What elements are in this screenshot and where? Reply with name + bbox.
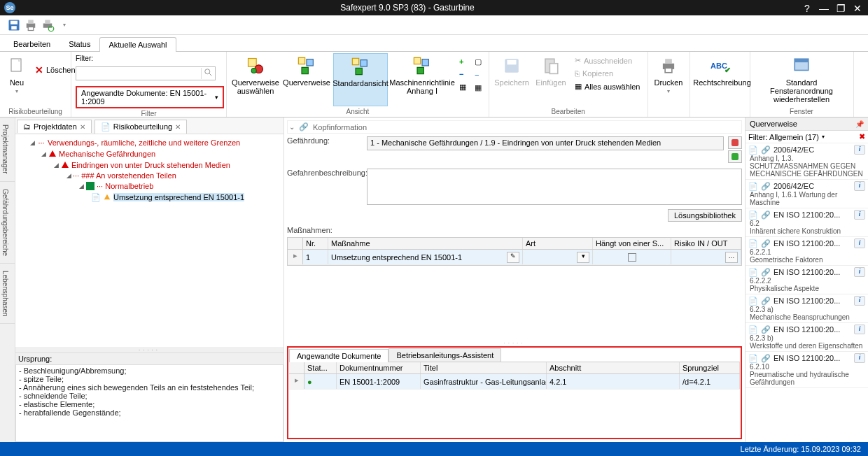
list-item[interactable]: 📄🔗2006/42/ECiAnhang I, 1.3. SCHUTZMASSNA… <box>746 143 868 180</box>
cell-edit-button[interactable]: ✎ <box>507 252 519 263</box>
cell-dropdown-button[interactable]: ▾ <box>577 252 589 263</box>
filter-input[interactable] <box>76 66 216 80</box>
collapse-icon[interactable]: ◢ <box>52 162 60 169</box>
splitter[interactable]: ····· <box>15 347 284 352</box>
info-button[interactable]: i <box>854 296 865 306</box>
col-titel[interactable]: Titel <box>421 362 547 373</box>
clear-filter-icon[interactable]: ✖ <box>859 132 865 141</box>
list-item[interactable]: 📄🔗EN ISO 12100:20...i6.2 Inhärent sicher… <box>746 208 868 237</box>
list-item[interactable]: 📄🔗EN ISO 12100:20...i6.2.2.2 Physikalisc… <box>746 266 868 294</box>
maximize-button[interactable]: ❐ <box>834 3 847 13</box>
grid-row[interactable]: ▸ ● EN 15001-1:2009 Gasinfrastruktur - G… <box>289 374 740 390</box>
tree-label[interactable]: Umsetzung entsprechend EN 15001-1 <box>113 193 244 201</box>
save-button[interactable]: Speichern <box>493 53 530 88</box>
collapse-icon[interactable]: ◢ <box>77 183 85 190</box>
list-item[interactable]: 📄🔗2006/42/ECiAnhang I, 1.6.1 Wartung der… <box>746 180 868 208</box>
origin-body[interactable]: - Beschleunigung/Abbremsung; - spitze Te… <box>15 364 284 442</box>
info-button[interactable]: i <box>854 210 865 220</box>
tree-label[interactable]: Eindringen von unter Druck stehenden Med… <box>71 161 230 169</box>
copy-button[interactable]: ⎘Kopieren <box>572 68 643 79</box>
tree-label[interactable]: ### An vorstehenden Teilen <box>81 171 176 180</box>
cell-nr[interactable]: 1 <box>303 250 328 264</box>
checkbox[interactable] <box>628 253 636 262</box>
applied-docs-dropdown[interactable]: Angewandte Dokumente: EN 15001-1:2009 ▾ <box>76 86 224 108</box>
close-icon[interactable]: ✕ <box>80 123 85 131</box>
info-button[interactable]: i <box>854 181 865 191</box>
tree-item[interactable]: ◢··· ### An vorstehenden Teilen <box>18 171 281 180</box>
spellcheck-button[interactable]: ABC✔ Rechtschreibung <box>694 53 750 88</box>
querverweise-button[interactable]: Querverweise <box>283 53 330 105</box>
info-button[interactable]: i <box>854 267 865 277</box>
view-alt2-button[interactable]: − <box>472 69 484 80</box>
collapse-icon[interactable]: ◢ <box>64 172 73 179</box>
side-tab-projektmanager[interactable]: Projektmanager <box>0 117 15 182</box>
side-tab-lebensphasen[interactable]: Lebensphasen <box>0 264 15 325</box>
new-button[interactable]: Neu ▾ <box>4 53 29 96</box>
col-haengt[interactable]: Hängt von einer S... <box>593 238 671 249</box>
tab-betriebsanleitungs-assistent[interactable]: Betriebsanleitungs-Assistent <box>388 348 501 362</box>
querverweise-select-button[interactable]: Querverweise auswählen <box>231 53 280 97</box>
splitter[interactable]: ····· <box>287 266 742 346</box>
list-item[interactable]: 📄🔗EN ISO 12100:20...i6.2.10 Pneumatische… <box>746 352 868 388</box>
collapse-icon[interactable]: ◢ <box>28 139 36 146</box>
info-button[interactable]: i <box>854 353 865 363</box>
tab-risikobeurteilung[interactable]: 📄 Risikobeurteilung ✕ <box>94 120 187 134</box>
chevron-down-icon[interactable]: ▾ <box>822 134 825 140</box>
tree-label[interactable]: Normalbetrieb <box>105 182 153 190</box>
col-dokumentnummer[interactable]: Dokumentnummer <box>337 362 421 373</box>
list-item[interactable]: 📄🔗EN ISO 12100:20...i6.2.3 a) Mechanisch… <box>746 294 868 323</box>
col-art[interactable]: Art <box>523 238 593 249</box>
cell-massnahme[interactable]: Umsetzung entsprechend EN 15001-1✎ <box>328 250 523 264</box>
tab-bearbeiten[interactable]: Bearbeiten <box>4 36 59 51</box>
close-button[interactable]: ✕ <box>851 3 864 13</box>
info-button[interactable]: i <box>854 238 865 248</box>
gefahrenbeschreibung-textarea[interactable] <box>367 169 742 205</box>
tree-item[interactable]: 📄Umsetzung entsprechend EN 15001-1 <box>18 192 281 203</box>
qa-save-icon[interactable] <box>7 18 21 32</box>
pin-icon[interactable]: 📌 <box>855 120 864 128</box>
tab-aktuelle-auswahl[interactable]: Aktuelle Auswahl <box>99 37 176 52</box>
tree-item[interactable]: ◢Mechanische Gefährdungen <box>18 148 281 159</box>
cell-status[interactable]: ● <box>304 374 337 389</box>
view-more-button[interactable]: ▦ <box>456 81 469 93</box>
tree-item[interactable]: ◢Eindringen von unter Druck stehenden Me… <box>18 159 281 171</box>
row-handle[interactable]: ▸ <box>289 374 304 389</box>
cell-sprungziel[interactable]: /d=4.2.1 <box>680 374 740 389</box>
tree-item[interactable]: ◢··· Normalbetrieb <box>18 180 281 192</box>
restore-layout-button[interactable]: Standard Fensteranordnung wiederherstell… <box>755 53 849 105</box>
cell-risiko[interactable]: … <box>671 250 741 264</box>
filter-search-icon[interactable] <box>201 68 215 79</box>
kopfinfo-header[interactable]: ⌄ 🔗 Kopfinformation <box>287 120 742 134</box>
info-button[interactable]: i <box>854 325 865 334</box>
tab-status[interactable]: Status <box>59 36 99 51</box>
cell-more-button[interactable]: … <box>725 252 738 263</box>
gefaehrdung-edit-button[interactable] <box>728 136 742 149</box>
view-remove-button[interactable]: − <box>456 69 469 80</box>
qa-dropdown-icon[interactable]: ▾ <box>57 18 71 32</box>
col-nr[interactable]: Nr. <box>303 238 328 249</box>
standard-view-button[interactable]: Standardansicht <box>333 53 388 106</box>
cell-haengt[interactable] <box>593 250 671 264</box>
tab-projektdaten[interactable]: 🗂 Projektdaten ✕ <box>17 120 92 133</box>
grid-row[interactable]: ▸ 1 Umsetzung entsprechend EN 15001-1✎ ▾… <box>288 250 741 265</box>
cell-titel[interactable]: Gasinfrastruktur - Gas-Leitungsanlagen .… <box>421 374 547 389</box>
col-risiko[interactable]: Risiko IN / OUT <box>671 238 741 249</box>
col-sprungziel[interactable]: Sprungziel <box>680 362 740 373</box>
qa-print-preview-icon[interactable] <box>41 18 55 32</box>
qa-print-icon[interactable] <box>24 18 38 32</box>
view-add-button[interactable]: + <box>456 56 469 67</box>
print-button[interactable]: Drucken ▾ <box>652 53 685 96</box>
col-massnahme[interactable]: Maßnahme <box>328 238 523 249</box>
tree-label[interactable]: Verwendungs-, räumliche, zeitliche und w… <box>48 138 240 147</box>
side-tab-gefaehrdungsbereiche[interactable]: Gefährdungsbereiche <box>0 182 15 264</box>
list-item[interactable]: 📄🔗EN ISO 12100:20...i6.2.3 b) Werkstoffe… <box>746 323 868 352</box>
collapse-icon[interactable]: ◢ <box>39 150 48 157</box>
list-item[interactable]: 📄🔗EN ISO 12100:20...i6.2.2.1 Geometrisch… <box>746 237 868 266</box>
machinery-directive-button[interactable]: Maschinenrichtlinie Anhang I <box>391 53 454 97</box>
paste-button[interactable]: Einfügen <box>533 53 569 88</box>
collapse-icon[interactable]: ⌄ <box>289 123 295 131</box>
tab-angewandte-dokumente[interactable]: Angewandte Dokumente <box>289 349 388 362</box>
cell-docnr[interactable]: EN 15001-1:2009 <box>337 374 421 389</box>
info-button[interactable]: i <box>854 145 865 155</box>
solution-library-button[interactable]: Lösungsbibliothek <box>668 209 742 222</box>
